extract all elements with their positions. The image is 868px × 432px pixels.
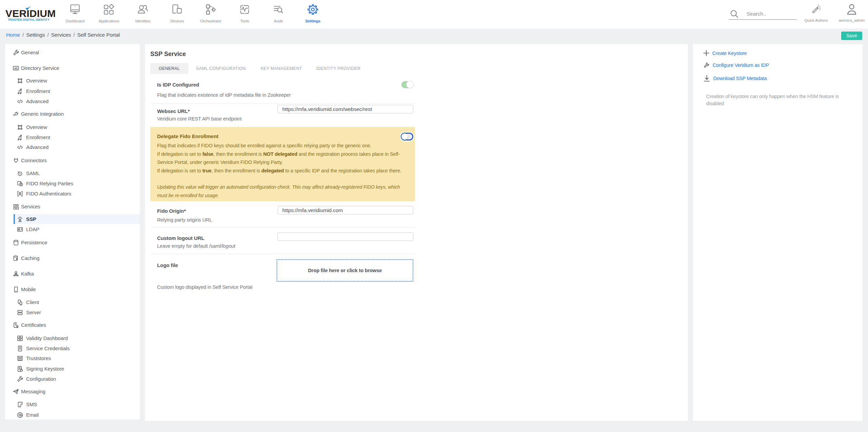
svg-text:AD: AD [14, 67, 18, 69]
